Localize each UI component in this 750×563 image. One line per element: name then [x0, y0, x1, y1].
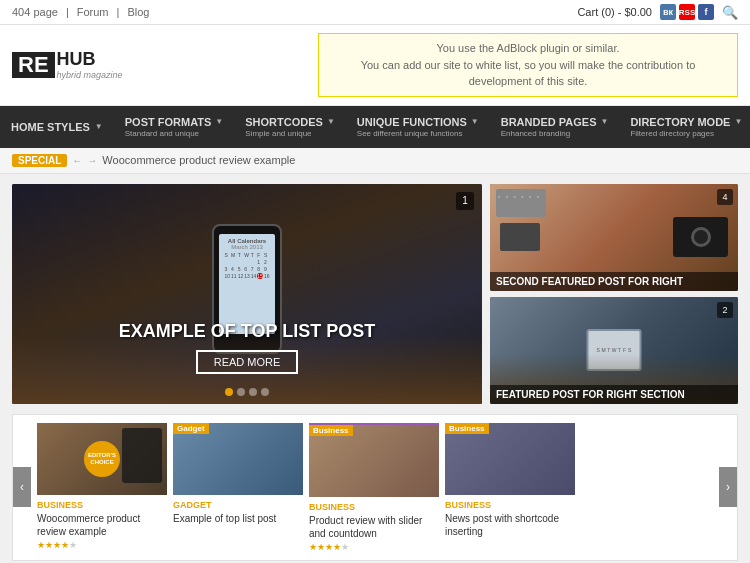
carousel-item-2[interactable]: Gadget Gadget Example of top list post — [173, 423, 303, 552]
slider-overlay: EXAMPLE OF TOP LIST POST READ MORE — [12, 321, 482, 374]
carousel-item-3-image: Business — [309, 425, 439, 497]
featured-post-top-label: SECOND FEATURED POST FOR RIGHT — [490, 272, 738, 291]
nav-unique-functions[interactable]: UNIQUE FUNCTIONS ▼ See different unique … — [346, 106, 490, 148]
nav-arrow: ▼ — [95, 122, 103, 131]
slider-read-more-button[interactable]: READ MORE — [196, 350, 299, 374]
carousel-items: EDITOR'S CHOICE Business Woocommerce pro… — [13, 423, 737, 552]
carousel-item-4-title: News post with shortcode inserting — [445, 512, 575, 538]
top-right: Cart (0) - $0.00 вк RSS f 🔍 — [577, 4, 738, 20]
dot-3[interactable] — [249, 388, 257, 396]
nav-separator-1: | — [66, 6, 69, 18]
carousel-item-3-stars: ★★★★★ — [309, 542, 439, 552]
carousel-item-4-badge: Business — [445, 423, 489, 434]
nav-arrow-2: ▼ — [215, 117, 223, 126]
carousel-right-arrow[interactable]: › — [719, 467, 737, 507]
dot-4[interactable] — [261, 388, 269, 396]
rss-icon[interactable]: RSS — [679, 4, 695, 20]
carousel-section: ‹ EDITOR'S CHOICE Business Woocommerce p… — [12, 414, 738, 561]
carousel-item-3[interactable]: Business Business Product review with sl… — [309, 423, 439, 552]
nav-arrow-3: ▼ — [327, 117, 335, 126]
nav-forum[interactable]: Forum — [77, 6, 109, 18]
featured-post-top[interactable]: ■■■■■■ SECOND FEATURED POST FOR RIGHT 4 — [490, 184, 738, 291]
slider-title: EXAMPLE OF TOP LIST POST — [12, 321, 482, 342]
main-content: All Calendars March 2013 SMTWTFS 12 3456… — [0, 174, 750, 564]
breadcrumb-special-badge: SPECIAL — [12, 154, 67, 167]
nav-arrow-4: ▼ — [471, 117, 479, 126]
carousel-item-1-stars: ★★★★★ — [37, 540, 167, 550]
search-icon[interactable]: 🔍 — [722, 5, 738, 20]
nav-404[interactable]: 404 page — [12, 6, 58, 18]
editors-choice-badge: EDITOR'S CHOICE — [84, 441, 120, 477]
top-nav: 404 page | Forum | Blog — [12, 6, 149, 18]
carousel-item-1-cat: Business — [37, 500, 167, 510]
nav-arrow-6: ▼ — [734, 117, 742, 126]
carousel-item-2-cat: Gadget — [173, 500, 303, 510]
logo-tagline: hybrid magazine — [57, 70, 123, 80]
featured-section: All Calendars March 2013 SMTWTFS 12 3456… — [12, 184, 738, 404]
cart-info[interactable]: Cart (0) - $0.00 — [577, 6, 652, 18]
featured-post-top-number: 4 — [717, 189, 733, 205]
vk-icon[interactable]: вк — [660, 4, 676, 20]
carousel-item-4-cat: Business — [445, 500, 575, 510]
right-featured-posts: ■■■■■■ SECOND FEATURED POST FOR RIGHT 4 — [490, 184, 738, 404]
carousel-item-4[interactable]: Business Business News post with shortco… — [445, 423, 575, 552]
adblock-notice: You use the AdBlock plugin or similar. Y… — [318, 33, 738, 97]
logo-re: RE — [12, 52, 55, 78]
carousel-item-4-image: Business — [445, 423, 575, 495]
carousel-item-2-title: Example of top list post — [173, 512, 303, 525]
nav-branded-pages[interactable]: BRANDED PAGES ▼ Enhanced branding — [490, 106, 620, 148]
adblock-line2: You can add our site to white list, so y… — [333, 57, 723, 90]
carousel-item-1-image: EDITOR'S CHOICE — [37, 423, 167, 495]
logo-hub-title: HUB — [57, 50, 123, 70]
nav-separator-2: | — [117, 6, 120, 18]
dot-2[interactable] — [237, 388, 245, 396]
breadcrumb-back-arrow[interactable]: ← — [72, 155, 82, 166]
adblock-line1: You use the AdBlock plugin or similar. — [333, 40, 723, 57]
social-icons: вк RSS f — [660, 4, 714, 20]
featured-post-bottom-label: FEATURED POST FOR RIGHT SECTION — [490, 385, 738, 404]
main-slider: All Calendars March 2013 SMTWTFS 12 3456… — [12, 184, 482, 404]
breadcrumb: SPECIAL ← → Woocommerce product review e… — [0, 148, 750, 174]
nav-arrow-5: ▼ — [601, 117, 609, 126]
nav-post-formats[interactable]: POST FORMATS ▼ Standard and unique — [114, 106, 235, 148]
logo[interactable]: RE HUB hybrid magazine — [12, 50, 123, 80]
carousel-left-arrow[interactable]: ‹ — [13, 467, 31, 507]
breadcrumb-link[interactable]: Woocommerce product review example — [102, 154, 295, 166]
nav-directory-mode[interactable]: DIRECTORY MODE ▼ Filtered directory page… — [619, 106, 750, 148]
dot-1[interactable] — [225, 388, 233, 396]
carousel-item-2-image: Gadget — [173, 423, 303, 495]
carousel-item-3-title: Product review with slider and countdown — [309, 514, 439, 540]
facebook-icon[interactable]: f — [698, 4, 714, 20]
slider-dots — [225, 388, 269, 396]
slider-number: 1 — [456, 192, 474, 210]
nav-shortcodes[interactable]: SHORTCODES ▼ Simple and unique — [234, 106, 346, 148]
carousel-item-1-title: Woocommerce product review example — [37, 512, 167, 538]
top-bar: 404 page | Forum | Blog Cart (0) - $0.00… — [0, 0, 750, 25]
logo-hub-text: HUB hybrid magazine — [57, 50, 123, 80]
carousel-item-3-badge: Business — [309, 425, 353, 436]
featured-post-bottom-number: 2 — [717, 302, 733, 318]
main-nav: HOME STYLES ▼ Choose variants POST FORMA… — [0, 106, 750, 148]
featured-post-bottom[interactable]: SMTWTFS FEATURED POST FOR RIGHT SECTION … — [490, 297, 738, 404]
carousel-item-1[interactable]: EDITOR'S CHOICE Business Woocommerce pro… — [37, 423, 167, 552]
carousel-item-3-cat: Business — [309, 502, 439, 512]
logo-bar: RE HUB hybrid magazine You use the AdBlo… — [0, 25, 750, 106]
breadcrumb-forward-arrow[interactable]: → — [87, 155, 97, 166]
nav-home-styles[interactable]: HOME STYLES ▼ Choose variants — [0, 106, 114, 148]
carousel-item-2-badge: Gadget — [173, 423, 209, 434]
nav-blog[interactable]: Blog — [127, 6, 149, 18]
